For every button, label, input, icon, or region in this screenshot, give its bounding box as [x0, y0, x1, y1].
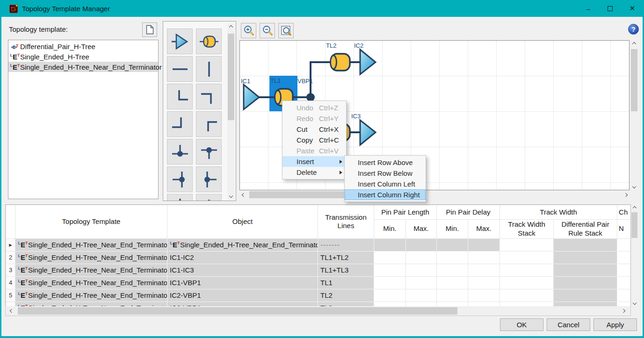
- menu-item-redo[interactable]: RedoCtrl+Y: [282, 113, 346, 124]
- scrollbar-thumb[interactable]: [18, 307, 457, 315]
- table-hscrollbar[interactable]: [5, 306, 631, 316]
- scroll-down-arrow[interactable]: [631, 299, 638, 306]
- cell-min-length[interactable]: [374, 276, 406, 289]
- cell-diff-pair-rule-stack[interactable]: [554, 302, 617, 306]
- col-header-max-length[interactable]: Max.: [406, 220, 437, 239]
- cell-clipped[interactable]: [617, 264, 631, 276]
- cell-max-length[interactable]: [406, 276, 437, 289]
- cell-track-width-stack[interactable]: [500, 238, 554, 251]
- cell-diff-pair-rule-stack[interactable]: [554, 276, 617, 289]
- minimize-button[interactable]: –: [578, 0, 599, 17]
- cell-transmission-lines[interactable]: TL1: [318, 276, 374, 289]
- cell-min-length[interactable]: [374, 238, 406, 251]
- submenu-item-insert-row-above[interactable]: Insert Row Above: [345, 157, 426, 168]
- palette-tee-left-junction[interactable]: [167, 166, 193, 192]
- submenu-item-insert-row-below[interactable]: Insert Row Below: [345, 168, 426, 179]
- cell-min-delay[interactable]: [437, 251, 468, 264]
- cell-diff-pair-rule-stack[interactable]: [554, 238, 617, 251]
- palette-tee-down-junction[interactable]: [196, 139, 222, 165]
- cell-track-width-stack[interactable]: [500, 251, 554, 264]
- ok-button[interactable]: OK: [500, 318, 543, 331]
- cell-template[interactable]: LETSingle_Ended_H-Tree_Near_End_Terminat…: [15, 251, 167, 264]
- cell-track-width-stack[interactable]: [500, 264, 554, 276]
- col-header-object[interactable]: Object: [167, 205, 318, 239]
- scrollbar-thumb[interactable]: [631, 49, 637, 111]
- cell-max-length[interactable]: [406, 302, 437, 306]
- cell-max-length[interactable]: [406, 264, 437, 276]
- menu-item-delete[interactable]: Delete: [282, 167, 346, 178]
- col-header-track-width-stack[interactable]: Track Width Stack: [500, 220, 554, 239]
- scroll-right-arrow[interactable]: [622, 190, 630, 199]
- cell-max-delay[interactable]: [468, 276, 500, 289]
- scroll-up-arrow[interactable]: [630, 40, 638, 48]
- cell-min-delay[interactable]: [437, 289, 468, 302]
- cell-object[interactable]: IC1-IC2: [167, 251, 318, 264]
- scrollbar-thumb[interactable]: [631, 212, 637, 238]
- col-header-diff-pair-rule-stack[interactable]: Differential Pair Rule Stack: [554, 220, 617, 239]
- new-template-button[interactable]: [142, 22, 157, 37]
- apply-button[interactable]: Apply: [593, 318, 637, 331]
- help-button[interactable]: ?: [628, 24, 639, 35]
- cell-clipped[interactable]: [617, 276, 631, 289]
- col-group-pin-pair-delay[interactable]: Pin Pair Delay: [437, 205, 500, 220]
- cell-clipped[interactable]: [617, 289, 631, 302]
- template-list-item-selected[interactable]: LET Single_Ended_H-Tree_Near_End_Termina…: [8, 62, 158, 72]
- col-header-min-length[interactable]: Min.: [374, 220, 406, 239]
- col-header-min-delay[interactable]: Min.: [437, 220, 468, 239]
- table-row[interactable]: 5 LETSingle_Ended_H-Tree_Near_End_Termin…: [6, 289, 631, 302]
- cell-max-length[interactable]: [406, 289, 437, 302]
- cell-clipped[interactable]: [617, 302, 631, 306]
- cell-min-delay[interactable]: [437, 302, 468, 306]
- col-group-clipped[interactable]: Ch: [617, 205, 631, 220]
- menu-item-copy[interactable]: CopyCtrl+C: [282, 135, 346, 145]
- palette-driver-buffer[interactable]: [167, 29, 193, 54]
- menu-item-paste[interactable]: PasteCtrl+V: [282, 145, 346, 156]
- palette-corner-up-left[interactable]: [167, 111, 193, 137]
- col-group-pin-pair-length[interactable]: Pin Pair Length: [374, 205, 437, 220]
- palette-junction-partial-2[interactable]: [196, 194, 222, 201]
- palette-corner-left-down[interactable]: [196, 84, 222, 109]
- cell-transmission-lines[interactable]: TL3: [318, 302, 374, 306]
- cell-template[interactable]: LETSingle_Ended_H-Tree_Near_End_Terminat…: [15, 289, 167, 302]
- cell-template[interactable]: LETSingle_Ended_H-Tree_Near_End_Terminat…: [15, 264, 167, 276]
- cell-clipped[interactable]: [617, 238, 631, 251]
- cell-transmission-lines[interactable]: TL1+TL3: [318, 264, 374, 276]
- menu-item-cut[interactable]: CutCtrl+X: [282, 124, 346, 135]
- scroll-down-arrow[interactable]: [630, 183, 638, 190]
- cell-min-delay[interactable]: [437, 264, 468, 276]
- cell-object[interactable]: IC1-IC3: [167, 264, 318, 276]
- scroll-left-arrow[interactable]: [239, 190, 247, 199]
- cell-track-width-stack[interactable]: [500, 302, 554, 306]
- col-header-topology-template[interactable]: Topology Template: [15, 205, 167, 239]
- cell-max-length[interactable]: [406, 238, 437, 251]
- menu-item-undo[interactable]: UndoCtrl+Z: [282, 102, 346, 113]
- cell-min-delay[interactable]: [437, 276, 468, 289]
- menu-item-insert[interactable]: Insert: [282, 156, 346, 167]
- cell-template[interactable]: LETSingle_Ended_H-Tree_Near_End_Terminat…: [15, 276, 167, 289]
- cell-clipped[interactable]: [617, 251, 631, 264]
- close-button[interactable]: ✕: [622, 0, 643, 17]
- cell-max-delay[interactable]: [468, 238, 500, 251]
- palette-line-horizontal[interactable]: [167, 56, 193, 82]
- cell-diff-pair-rule-stack[interactable]: [554, 264, 617, 276]
- scroll-down-arrow[interactable]: [227, 192, 235, 200]
- palette-corner-up-right[interactable]: [167, 84, 193, 109]
- submenu-item-insert-column-right[interactable]: Insert Column Right: [345, 189, 426, 200]
- cell-min-delay[interactable]: [437, 238, 468, 251]
- cell-min-length[interactable]: [374, 251, 406, 264]
- scroll-left-arrow[interactable]: [7, 306, 16, 316]
- scroll-right-arrow[interactable]: [619, 306, 628, 316]
- table-row[interactable]: 4 LETSingle_Ended_H-Tree_Near_End_Termin…: [6, 276, 631, 289]
- scroll-up-arrow[interactable]: [227, 23, 235, 31]
- palette-tee-right-junction[interactable]: [196, 166, 222, 192]
- cell-template[interactable]: LETSingle_Ended_H-Tree_Near_End_Terminat…: [15, 238, 167, 251]
- canvas-vscrollbar[interactable]: [630, 40, 638, 190]
- col-group-track-width[interactable]: Track Width: [500, 205, 617, 220]
- cell-object[interactable]: LETSingle_Ended_H-Tree_Near_End_Terminat…: [167, 238, 318, 251]
- cell-object[interactable]: IC2-VBP1: [167, 289, 318, 302]
- cell-diff-pair-rule-stack[interactable]: [554, 251, 617, 264]
- cell-object[interactable]: IC1-VBP1: [167, 276, 318, 289]
- zoom-area-button[interactable]: [278, 23, 294, 38]
- cell-max-delay[interactable]: [468, 302, 500, 306]
- cell-transmission-lines[interactable]: TL1+TL2: [318, 251, 374, 264]
